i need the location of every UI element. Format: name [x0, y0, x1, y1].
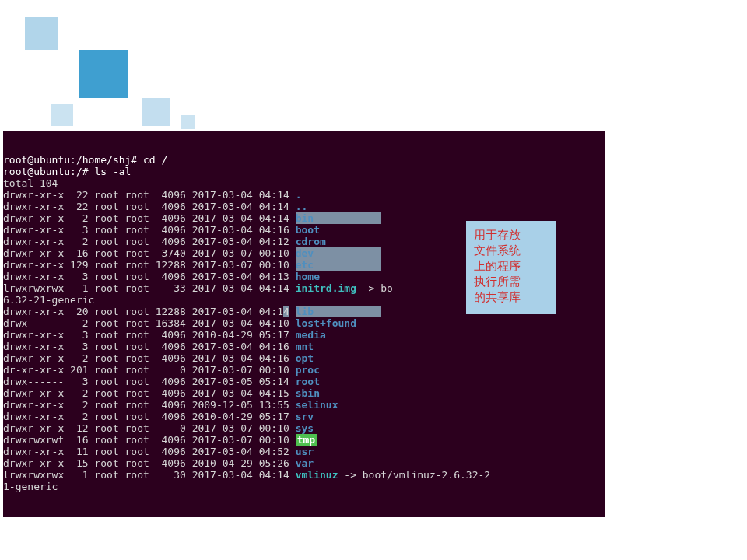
deco-square: [25, 17, 58, 50]
callout-line: 执行所需: [474, 274, 549, 289]
callout-line: 用于存放: [474, 227, 549, 243]
callout-line: 文件系统: [474, 243, 549, 258]
callout-line: 上的程序: [474, 258, 549, 274]
deco-square: [142, 98, 170, 126]
terminal-window: root@ubuntu:/home/shj# cd /root@ubuntu:/…: [3, 131, 605, 517]
deco-square: [51, 104, 73, 126]
deco-square: [79, 50, 128, 98]
deco-square: [181, 115, 195, 129]
annotation-callout: 用于存放 文件系统 上的程序 执行所需 的共享库: [466, 221, 556, 314]
terminal-output: root@ubuntu:/home/shj# cd /root@ubuntu:/…: [3, 154, 605, 492]
callout-line: 的共享库: [474, 289, 549, 305]
